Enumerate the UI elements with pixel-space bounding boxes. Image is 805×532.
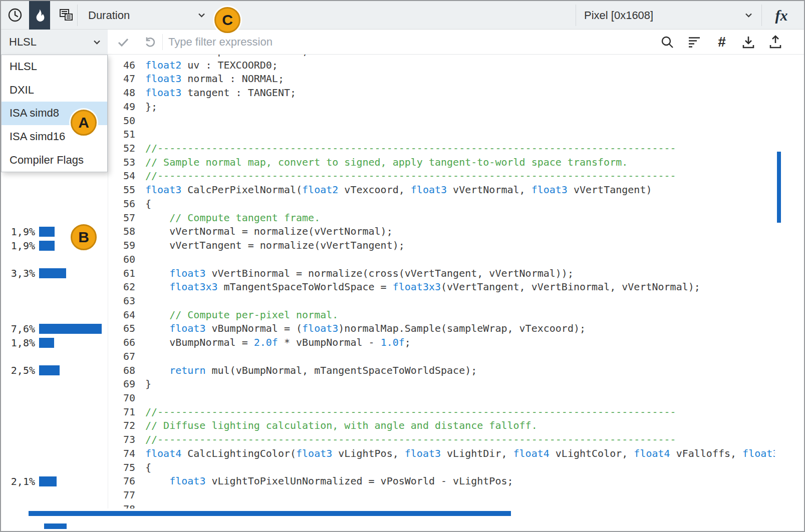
- code-line: 68 return mul(vBumpNormal, mTangentSpace…: [109, 364, 775, 378]
- code-text: float3 normal : NORMAL;: [145, 72, 284, 86]
- hotspots-button[interactable]: [29, 1, 50, 30]
- shader-profiler-window: Duration Pixel [0x1608] fx HLSL: [0, 0, 805, 532]
- code-text: // Sample normal map, convert to signed,…: [145, 156, 628, 170]
- vertical-scrollbar-thumb[interactable]: [777, 152, 781, 223]
- code-text: float3 vVertBinormal = normalize(cross(v…: [145, 267, 574, 281]
- code-text: float4 worldpos : POSITION;: [145, 55, 308, 59]
- hotspot-row[interactable]: 1,8%: [1, 336, 108, 350]
- fx-icon: fx: [775, 7, 788, 24]
- code-line: 50: [109, 114, 775, 128]
- code-line: 70: [109, 391, 775, 405]
- language-menu-item[interactable]: Compiler Flags: [2, 148, 107, 172]
- code-text: vVertTangent = normalize(vVertTangent);: [145, 239, 405, 253]
- line-number: 50: [109, 114, 135, 128]
- code-text: //--------------------------------------…: [145, 142, 676, 156]
- hotspot-bar: [39, 241, 55, 251]
- annotation-badge-a: A: [71, 110, 97, 136]
- code-line: 64 // Compute per-pixel normal.: [109, 308, 775, 322]
- code-line: 62 float3x3 mTangentSpaceToWorldSpace = …: [109, 280, 775, 294]
- code-line: 76 float3 vLightToPixelUnNormalized = vP…: [109, 474, 775, 488]
- code-line: 78: [109, 502, 775, 508]
- hotspot-row[interactable]: 2,5%: [1, 364, 108, 378]
- code-line: 45float4 worldpos : POSITION;: [109, 55, 775, 59]
- language-selected-label: HLSL: [9, 36, 37, 49]
- check-icon: [117, 36, 130, 49]
- download-button[interactable]: [739, 33, 757, 51]
- hotspot-bar: [39, 227, 55, 237]
- code-text: //--------------------------------------…: [145, 405, 676, 419]
- code-text: //--------------------------------------…: [145, 433, 676, 447]
- chevron-down-icon: [93, 40, 101, 45]
- line-number: 48: [109, 86, 135, 100]
- search-button[interactable]: [658, 33, 676, 51]
- code-text: float3 vBumpNormal = (float3)normalMap.S…: [145, 322, 586, 336]
- hotspot-percent: 2,1%: [9, 475, 35, 487]
- apply-filter-button[interactable]: [114, 33, 132, 51]
- code-line: 61 float3 vVertBinormal = normalize(cros…: [109, 267, 775, 281]
- code-text: {: [145, 197, 151, 211]
- line-number: 75: [109, 461, 135, 475]
- line-number: 68: [109, 364, 135, 378]
- fx-button[interactable]: fx: [766, 1, 796, 30]
- line-number: 77: [109, 488, 135, 502]
- code-text: // Compute per-pixel normal.: [145, 308, 338, 322]
- line-number: 63: [109, 294, 135, 308]
- download-icon: [741, 35, 756, 50]
- pixel-dropdown[interactable]: Pixel [0x1608]: [576, 1, 759, 30]
- hotspot-percent: 1,8%: [9, 337, 35, 349]
- code-text: //--------------------------------------…: [145, 169, 676, 183]
- line-number: 53: [109, 156, 135, 170]
- code-line: 72// Diffuse lighting calculation, with …: [109, 419, 775, 433]
- horizontal-scrollbar-thumb[interactable]: [29, 511, 511, 516]
- line-number: 55: [109, 183, 135, 197]
- line-number: 65: [109, 322, 135, 336]
- duration-dropdown[interactable]: Duration: [81, 1, 212, 30]
- toolbar-separator: [162, 34, 163, 50]
- code-line: 49};: [109, 100, 775, 114]
- hotspot-bar: [39, 365, 60, 375]
- sort-button[interactable]: [685, 33, 703, 51]
- code-text: float3 vLightToPixelUnNormalized = vPosW…: [145, 474, 513, 488]
- chevron-down-icon: [745, 13, 752, 18]
- hotspot-bar: [39, 268, 66, 278]
- line-grid-button[interactable]: #: [713, 33, 731, 51]
- code-line: 77: [109, 488, 775, 502]
- hotspot-row[interactable]: 2,1%: [1, 474, 108, 488]
- language-menu-item[interactable]: HLSL: [2, 55, 107, 79]
- code-line: 59 vVertTangent = normalize(vVertTangent…: [109, 239, 775, 253]
- code-text: float2 uv : TEXCOORD0;: [145, 59, 278, 73]
- language-menu-item[interactable]: DXIL: [2, 79, 107, 102]
- hotspot-percent: 2,5%: [9, 364, 35, 376]
- code-lines: 45float4 worldpos : POSITION;46float2 uv…: [109, 55, 775, 508]
- undo-icon: [144, 36, 157, 49]
- code-pane: 45float4 worldpos : POSITION;46float2 uv…: [109, 55, 775, 508]
- code-line: 65 float3 vBumpNormal = (float3)normalMa…: [109, 322, 775, 336]
- code-line: 54//------------------------------------…: [109, 169, 775, 183]
- sort-lines-icon: [687, 35, 702, 50]
- registers-icon: [59, 8, 74, 23]
- filter-input[interactable]: [168, 32, 629, 52]
- hotspot-percent: 3,3%: [9, 267, 35, 279]
- hotspot-row[interactable]: 7,6%: [1, 322, 108, 336]
- line-number: 72: [109, 419, 135, 433]
- hotspot-row[interactable]: 3,3%: [1, 267, 108, 281]
- reset-filter-button[interactable]: [141, 33, 159, 51]
- code-line: 67: [109, 350, 775, 364]
- toolbar-separator: [77, 5, 78, 26]
- registers-button[interactable]: [56, 5, 76, 25]
- code-line: 58 vVertNormal = normalize(vVertNormal);: [109, 225, 775, 239]
- code-text: float3x3 mTangentSpaceToWorldSpace = flo…: [145, 280, 700, 294]
- code-line: 56{: [109, 197, 775, 211]
- hotspot-bar: [39, 476, 57, 486]
- code-line: 75{: [109, 461, 775, 475]
- top-toolbar: Duration Pixel [0x1608] fx: [1, 1, 804, 30]
- rail-scrollbar-thumb[interactable]: [44, 523, 67, 529]
- annotation-badge-b: B: [71, 224, 97, 250]
- code-line: 46float2 uv : TEXCOORD0;: [109, 59, 775, 73]
- code-line: 69}: [109, 377, 775, 391]
- code-text: float4 CalcLightingColor(float3 vLightPo…: [145, 447, 775, 461]
- history-button[interactable]: [5, 5, 25, 25]
- code-text: // Diffuse lighting calculation, with an…: [145, 419, 538, 433]
- export-button[interactable]: [766, 33, 784, 51]
- language-dropdown[interactable]: HLSL: [1, 30, 108, 55]
